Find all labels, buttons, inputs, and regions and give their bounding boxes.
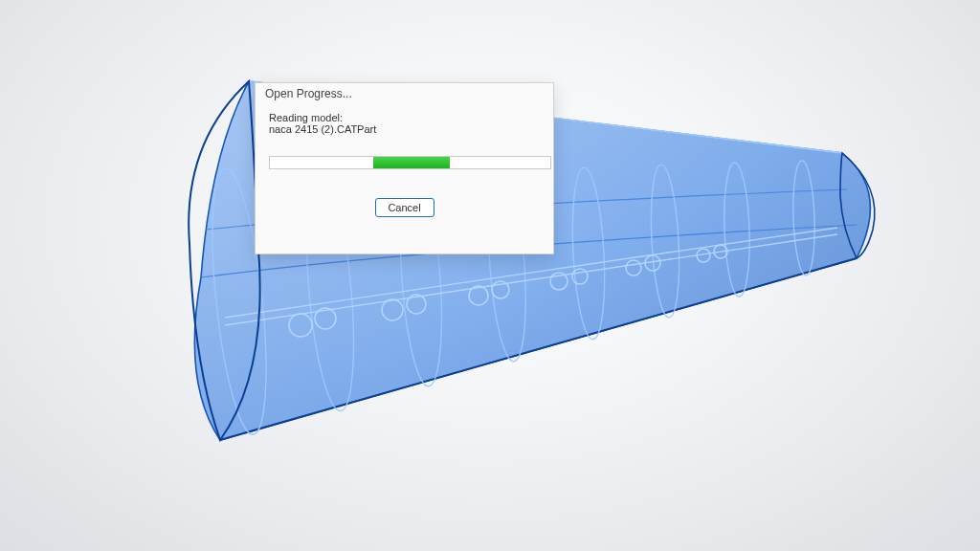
dialog-title: Open Progress... — [256, 83, 553, 100]
progress-bar — [269, 156, 551, 169]
svg-point-14 — [550, 273, 568, 290]
status-label: Reading model: — [269, 112, 540, 123]
status-filename: naca 2415 (2).CATPart — [269, 123, 540, 135]
svg-point-17 — [645, 255, 660, 271]
svg-point-6 — [723, 163, 752, 298]
svg-point-10 — [382, 299, 403, 320]
svg-point-15 — [572, 269, 588, 284]
svg-point-11 — [407, 295, 426, 314]
svg-point-12 — [469, 286, 488, 305]
svg-point-18 — [697, 249, 710, 262]
cancel-button[interactable]: Cancel — [375, 198, 434, 217]
svg-point-5 — [648, 164, 682, 318]
svg-point-13 — [492, 281, 509, 298]
open-progress-dialog: Open Progress... Reading model: naca 241… — [255, 82, 554, 254]
svg-point-4 — [568, 166, 608, 340]
svg-point-16 — [626, 260, 641, 276]
dialog-body: Reading model: naca 2415 (2).CATPart Can… — [256, 100, 553, 217]
svg-point-8 — [289, 314, 312, 337]
svg-point-7 — [791, 161, 816, 276]
svg-point-9 — [315, 308, 336, 329]
svg-point-19 — [714, 245, 727, 258]
progress-fill — [373, 157, 449, 168]
